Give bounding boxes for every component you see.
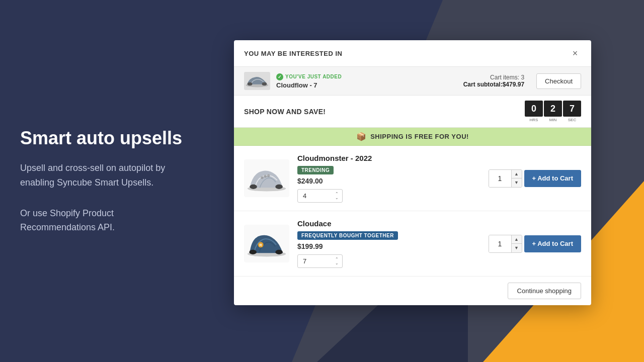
- products-list: Cloudmonster - 2022 TRENDING $249.00 4 5…: [234, 146, 591, 277]
- svg-point-10: [249, 249, 257, 254]
- product-details-2: Cloudace FREQUENTLY BOUGHT TOGETHER $199…: [297, 219, 480, 268]
- left-panel: Smart auto upsells Upsell and cross-sell…: [0, 0, 211, 362]
- svg-point-11: [275, 249, 283, 254]
- subtotal-value: $479.97: [503, 81, 524, 88]
- cart-added-label: ✓ YOU'VE JUST ADDED: [276, 73, 457, 80]
- add-to-cart-button-1[interactable]: + Add to Cart: [524, 170, 582, 187]
- product-name-1: Cloudmonster - 2022: [297, 154, 480, 162]
- modal-header: YOU MAY BE INTERESTED IN ×: [234, 40, 591, 67]
- upsell-modal: YOU MAY BE INTERESTED IN × ✓ YOU'VE JUST…: [234, 40, 591, 305]
- qty-down-2[interactable]: ▼: [512, 244, 522, 252]
- product-svg-1: [246, 163, 287, 194]
- qty-wrapper-2: ▲ ▼: [489, 235, 522, 253]
- qty-input-1[interactable]: [489, 170, 511, 187]
- cart-added-info: ✓ YOU'VE JUST ADDED Cloudflow - 7: [276, 73, 457, 89]
- qty-up-1[interactable]: ▲: [512, 170, 522, 178]
- product-price-2: $199.99: [297, 242, 480, 250]
- continue-shopping-button[interactable]: Continue shopping: [508, 283, 581, 299]
- qty-up-2[interactable]: ▲: [512, 235, 522, 244]
- min-label: MIN: [549, 118, 557, 122]
- product-badge-1: TRENDING: [297, 166, 334, 174]
- shipping-banner: 📦 SHIPPING IS FREE FOR YOU!: [234, 128, 591, 146]
- shoe-svg: [245, 74, 269, 88]
- svg-point-1: [248, 82, 253, 85]
- svg-point-7: [264, 174, 267, 177]
- product-item-2: R Cloudace FREQUENTLY BOUGHT TOGETHER $1…: [234, 211, 591, 277]
- countdown-sec: 7 SEC: [563, 101, 581, 122]
- shop-now-text: SHOP NOW AND SAVE!: [244, 108, 326, 116]
- product-svg-2: R: [246, 229, 287, 259]
- product-image-1: [244, 159, 289, 197]
- product-name-2: Cloudace: [297, 219, 480, 228]
- svg-point-8: [267, 174, 270, 176]
- svg-point-5: [275, 184, 283, 189]
- check-icon: ✓: [276, 73, 283, 80]
- shop-bar: SHOP NOW AND SAVE! 0 HRS 2 MIN 7 SEC: [234, 96, 591, 128]
- product-item: Cloudmonster - 2022 TRENDING $249.00 4 5…: [234, 146, 591, 211]
- paragraph2: Or use Shopify Product Recommendations A…: [20, 206, 191, 235]
- paragraph1: Upsell and cross-sell on autopilot by en…: [20, 161, 191, 190]
- qty-spinners-1: ▲ ▼: [511, 170, 522, 187]
- checkout-button[interactable]: Checkout: [536, 73, 581, 89]
- svg-point-4: [250, 184, 257, 189]
- cart-product-image: [244, 72, 270, 90]
- cart-bar: ✓ YOU'VE JUST ADDED Cloudflow - 7 Cart i…: [234, 67, 591, 96]
- modal-title: YOU MAY BE INTERESTED IN: [244, 50, 342, 57]
- product-actions-2: ▲ ▼ + Add to Cart: [489, 235, 582, 253]
- min-value: 2: [544, 101, 562, 117]
- modal-footer: Continue shopping: [234, 277, 591, 305]
- size-select-2[interactable]: 7 6 8 9: [297, 254, 343, 268]
- cart-items-count: Cart items: 3: [463, 74, 524, 81]
- svg-text:R: R: [259, 243, 262, 247]
- product-actions-1: ▲ ▼ + Add to Cart: [489, 169, 582, 188]
- product-image-2: R: [244, 225, 289, 262]
- cart-product-name: Cloudflow - 7: [276, 81, 457, 89]
- sec-label: SEC: [568, 118, 576, 122]
- cart-summary: Cart items: 3 Cart subtotal:$479.97: [463, 74, 524, 88]
- size-select-wrapper-1: 4 5 6 7 8: [297, 189, 343, 203]
- qty-input-2[interactable]: [489, 235, 511, 252]
- size-select-wrapper-2: 7 6 8 9: [297, 254, 343, 268]
- add-to-cart-button-2[interactable]: + Add to Cart: [524, 235, 582, 252]
- size-select-1[interactable]: 4 5 6 7 8: [297, 189, 343, 203]
- countdown-hrs: 0 HRS: [525, 101, 543, 122]
- hrs-value: 0: [525, 101, 543, 117]
- cart-subtotal: Cart subtotal:$479.97: [463, 81, 524, 88]
- product-badge-2: FREQUENTLY BOUGHT TOGETHER: [297, 231, 398, 240]
- svg-point-2: [262, 82, 267, 85]
- sec-value: 7: [563, 101, 581, 117]
- product-price-1: $249.00: [297, 177, 480, 185]
- hrs-label: HRS: [530, 118, 538, 122]
- qty-down-1[interactable]: ▼: [512, 178, 522, 187]
- svg-point-6: [261, 176, 263, 178]
- truck-icon: 📦: [356, 132, 366, 141]
- close-button[interactable]: ×: [569, 47, 581, 59]
- qty-wrapper-1: ▲ ▼: [489, 169, 522, 188]
- shipping-text: SHIPPING IS FREE FOR YOU!: [370, 133, 469, 140]
- countdown: 0 HRS 2 MIN 7 SEC: [525, 101, 581, 122]
- qty-spinners-2: ▲ ▼: [511, 235, 522, 252]
- product-details-1: Cloudmonster - 2022 TRENDING $249.00 4 5…: [297, 154, 480, 203]
- countdown-min: 2 MIN: [544, 101, 562, 122]
- heading: Smart auto upsells: [20, 127, 191, 149]
